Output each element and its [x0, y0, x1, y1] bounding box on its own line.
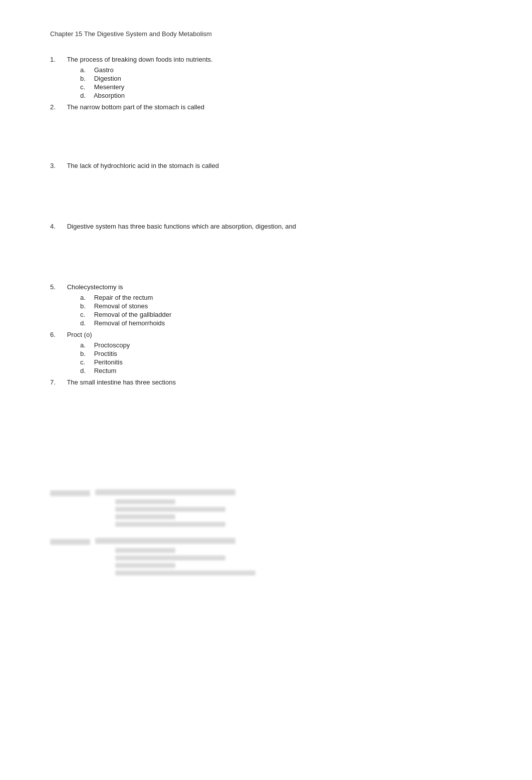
question-5: 5. Cholecystectomy is a. Repair of the r…: [50, 283, 492, 327]
question-5-choices: a. Repair of the rectum b. Removal of st…: [50, 294, 492, 327]
question-4: 4. Digestive system has three basic func…: [50, 223, 492, 278]
question-4-text: 4. Digestive system has three basic func…: [50, 223, 492, 230]
question-1-text: 1. The process of breaking down foods in…: [50, 56, 492, 63]
question-4-number: 4.: [50, 223, 65, 230]
question-7-text: 7. The small intestine has three section…: [50, 378, 492, 386]
choice-5b: b. Removal of stones: [80, 302, 492, 310]
question-5-number: 5.: [50, 283, 65, 291]
question-1: 1. The process of breaking down foods in…: [50, 56, 492, 99]
questions-list: 1. The process of breaking down foods in…: [50, 56, 492, 449]
page-container: Chapter 15 The Digestive System and Body…: [50, 30, 492, 578]
choice-5d: d. Removal of hemorrhoids: [80, 319, 492, 327]
choice-6d: d. Rectum: [80, 367, 492, 374]
question-3-text: 3. The lack of hydrochloric acid in the …: [50, 162, 492, 169]
choice-1b: b. Digestion: [80, 75, 492, 82]
question-6: 6. Proct (o) a. Proctoscopy b. Proctitis…: [50, 331, 492, 374]
choice-5c: c. Removal of the gallbladder: [80, 311, 492, 318]
choice-5a: a. Repair of the rectum: [80, 294, 492, 301]
choice-1c: c. Mesentery: [80, 83, 492, 91]
choice-6b: b. Proctitis: [80, 350, 492, 357]
choice-6a: a. Proctoscopy: [80, 341, 492, 349]
question-1-number: 1.: [50, 56, 65, 63]
choice-1d: d. Absorption: [80, 92, 492, 99]
question-5-text: 5. Cholecystectomy is: [50, 283, 492, 291]
question-2-number: 2.: [50, 103, 65, 111]
blurred-section: [50, 489, 492, 578]
question-3: 3. The lack of hydrochloric acid in the …: [50, 162, 492, 213]
question-6-choices: a. Proctoscopy b. Proctitis c. Peritonit…: [50, 341, 492, 374]
question-7: 7. The small intestine has three section…: [50, 378, 492, 449]
question-2: 2. The narrow bottom part of the stomach…: [50, 103, 492, 154]
page-title: Chapter 15 The Digestive System and Body…: [50, 30, 492, 38]
choice-6c: c. Peritonitis: [80, 358, 492, 366]
question-6-number: 6.: [50, 331, 65, 338]
question-1-choices: a. Gastro b. Digestion c. Mesentery d. A…: [50, 66, 492, 99]
question-2-text: 2. The narrow bottom part of the stomach…: [50, 103, 492, 111]
choice-1a: a. Gastro: [80, 66, 492, 74]
question-7-number: 7.: [50, 378, 65, 386]
question-6-text: 6. Proct (o): [50, 331, 492, 338]
question-3-number: 3.: [50, 162, 65, 169]
